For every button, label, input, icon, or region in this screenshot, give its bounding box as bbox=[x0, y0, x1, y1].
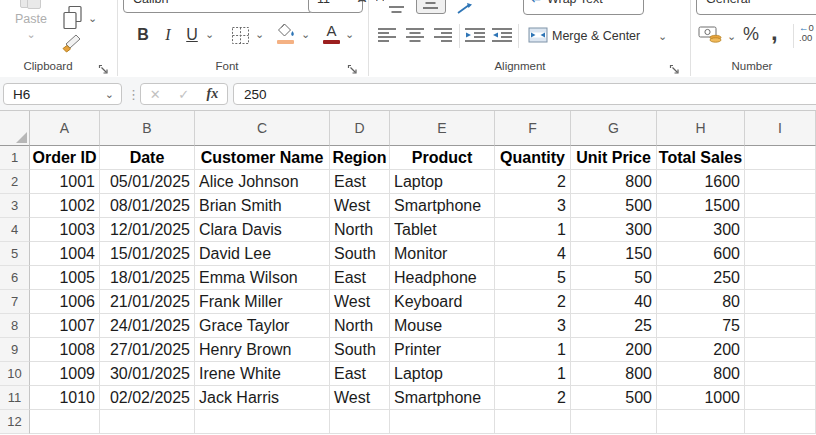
cell-i11[interactable] bbox=[745, 386, 816, 410]
cell-h10[interactable]: 800 bbox=[657, 362, 745, 386]
cell-i6[interactable] bbox=[745, 266, 816, 290]
cell-a2[interactable]: 1001 bbox=[30, 170, 100, 194]
increase-indent-button[interactable] bbox=[492, 28, 512, 46]
row-header-3[interactable]: 3 bbox=[0, 194, 30, 218]
borders-chevron-icon[interactable]: ⌄ bbox=[255, 29, 264, 39]
cell-d9[interactable]: South bbox=[330, 338, 390, 362]
cell-b8[interactable]: 24/01/2025 bbox=[100, 314, 195, 338]
middle-align-button[interactable] bbox=[389, 0, 404, 18]
cell-e11[interactable]: Smartphone bbox=[390, 386, 495, 410]
cell-e7[interactable]: Keyboard bbox=[390, 290, 495, 314]
cell-i4[interactable] bbox=[745, 218, 816, 242]
cell-e10[interactable]: Laptop bbox=[390, 362, 495, 386]
cell-b5[interactable]: 15/01/2025 bbox=[100, 242, 195, 266]
cell-h12[interactable] bbox=[657, 410, 745, 434]
column-header-b[interactable]: B bbox=[100, 111, 195, 146]
comma-style-button[interactable]: , bbox=[771, 18, 778, 46]
cell-i3[interactable] bbox=[745, 194, 816, 218]
column-header-f[interactable]: F bbox=[495, 111, 571, 146]
cell-c12[interactable] bbox=[195, 410, 330, 434]
cell-i1[interactable] bbox=[745, 146, 816, 170]
column-header-c[interactable]: C bbox=[195, 111, 330, 146]
cell-g3[interactable]: 500 bbox=[571, 194, 657, 218]
cell-a1[interactable]: Order ID bbox=[30, 146, 100, 170]
cell-d2[interactable]: East bbox=[330, 170, 390, 194]
cell-g8[interactable]: 25 bbox=[571, 314, 657, 338]
font-dialog-launcher[interactable] bbox=[347, 61, 358, 72]
column-header-i[interactable]: I bbox=[745, 111, 816, 146]
row-header-12[interactable]: 12 bbox=[0, 410, 30, 434]
cell-i7[interactable] bbox=[745, 290, 816, 314]
cell-b11[interactable]: 02/02/2025 bbox=[100, 386, 195, 410]
column-header-d[interactable]: D bbox=[330, 111, 390, 146]
cell-g11[interactable]: 500 bbox=[571, 386, 657, 410]
cell-b2[interactable]: 05/01/2025 bbox=[100, 170, 195, 194]
font-name-combobox[interactable]: Calibri bbox=[123, 0, 314, 13]
cell-a5[interactable]: 1004 bbox=[30, 242, 100, 266]
cell-d1[interactable]: Region bbox=[330, 146, 390, 170]
clipboard-dialog-launcher[interactable] bbox=[98, 61, 109, 72]
cell-g9[interactable]: 200 bbox=[571, 338, 657, 362]
cell-h2[interactable]: 1600 bbox=[657, 170, 745, 194]
cell-f11[interactable]: 2 bbox=[495, 386, 571, 410]
column-header-g[interactable]: G bbox=[571, 111, 657, 146]
cell-f9[interactable]: 1 bbox=[495, 338, 571, 362]
cell-h9[interactable]: 200 bbox=[657, 338, 745, 362]
grip-dots-icon[interactable]: ⋮ bbox=[127, 87, 140, 102]
cell-g4[interactable]: 300 bbox=[571, 218, 657, 242]
cell-d10[interactable]: East bbox=[330, 362, 390, 386]
cell-c10[interactable]: Irene White bbox=[195, 362, 330, 386]
cell-b1[interactable]: Date bbox=[100, 146, 195, 170]
cell-f10[interactable]: 1 bbox=[495, 362, 571, 386]
row-header-10[interactable]: 10 bbox=[0, 362, 30, 386]
cell-d6[interactable]: East bbox=[330, 266, 390, 290]
row-header-9[interactable]: 9 bbox=[0, 338, 30, 362]
cell-b7[interactable]: 21/01/2025 bbox=[100, 290, 195, 314]
cell-b4[interactable]: 12/01/2025 bbox=[100, 218, 195, 242]
grow-font-button[interactable]: A bbox=[357, 0, 367, 2]
align-left-button[interactable] bbox=[378, 28, 396, 46]
cancel-button[interactable]: ✕ bbox=[150, 87, 161, 102]
merge-center-button[interactable] bbox=[528, 27, 548, 47]
column-header-h[interactable]: H bbox=[657, 111, 745, 146]
accounting-format-button[interactable] bbox=[698, 25, 723, 47]
cell-a11[interactable]: 1010 bbox=[30, 386, 100, 410]
insert-function-button[interactable]: fx bbox=[207, 86, 219, 102]
cell-f3[interactable]: 3 bbox=[495, 194, 571, 218]
cell-f4[interactable]: 1 bbox=[495, 218, 571, 242]
cell-f5[interactable]: 4 bbox=[495, 242, 571, 266]
cell-d4[interactable]: North bbox=[330, 218, 390, 242]
column-header-a[interactable]: A bbox=[30, 111, 100, 146]
row-header-5[interactable]: 5 bbox=[0, 242, 30, 266]
cell-i2[interactable] bbox=[745, 170, 816, 194]
cell-f7[interactable]: 2 bbox=[495, 290, 571, 314]
underline-button[interactable]: U bbox=[182, 22, 202, 48]
decrease-indent-button[interactable] bbox=[465, 28, 485, 46]
shrink-font-button[interactable]: A bbox=[376, 0, 384, 2]
fill-color-button[interactable] bbox=[276, 23, 296, 42]
format-painter-button[interactable] bbox=[60, 33, 84, 57]
cell-d3[interactable]: West bbox=[330, 194, 390, 218]
cell-c2[interactable]: Alice Johnson bbox=[195, 170, 330, 194]
font-size-combobox[interactable]: 11 bbox=[308, 0, 363, 13]
cell-h1[interactable]: Total Sales bbox=[657, 146, 745, 170]
cell-c9[interactable]: Henry Brown bbox=[195, 338, 330, 362]
cell-g10[interactable]: 800 bbox=[571, 362, 657, 386]
cell-c7[interactable]: Frank Miller bbox=[195, 290, 330, 314]
cell-g7[interactable]: 40 bbox=[571, 290, 657, 314]
merge-center-label[interactable]: Merge & Center bbox=[552, 29, 640, 43]
cell-d12[interactable] bbox=[330, 410, 390, 434]
cell-h7[interactable]: 80 bbox=[657, 290, 745, 314]
cell-a3[interactable]: 1002 bbox=[30, 194, 100, 218]
cell-f8[interactable]: 3 bbox=[495, 314, 571, 338]
cell-i10[interactable] bbox=[745, 362, 816, 386]
percent-style-button[interactable]: % bbox=[743, 24, 759, 45]
cell-a12[interactable] bbox=[30, 410, 100, 434]
alignment-dialog-launcher[interactable] bbox=[669, 61, 680, 72]
cell-g1[interactable]: Unit Price bbox=[571, 146, 657, 170]
bold-button[interactable]: B bbox=[133, 22, 153, 48]
cell-c11[interactable]: Jack Harris bbox=[195, 386, 330, 410]
align-right-button[interactable] bbox=[434, 28, 452, 46]
cell-d7[interactable]: West bbox=[330, 290, 390, 314]
cell-c3[interactable]: Brian Smith bbox=[195, 194, 330, 218]
